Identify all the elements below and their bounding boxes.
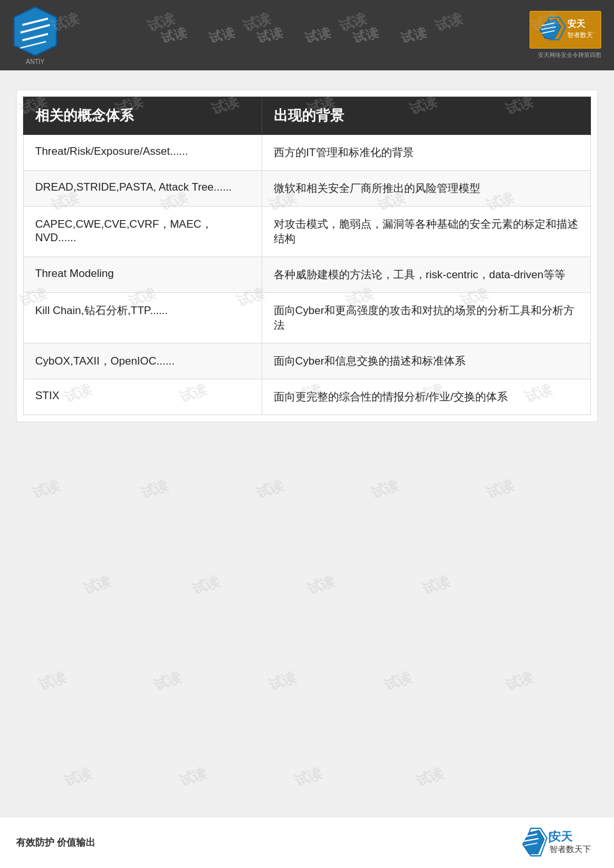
header-tagline: 安天网络安全令牌第四图: [538, 51, 601, 59]
header-bar: ANTIY 试读 试读 试读 试读 试读 试读 安天 智者数天下 安天网络安全令…: [0, 0, 614, 70]
table-cell-left-2: CAPEC,CWE,CVE,CVRF，MAEC，NVD......: [24, 207, 262, 257]
svg-text:安天: 安天: [549, 830, 573, 843]
table-cell-right-3: 各种威胁建模的方法论，工具，risk-centric，data-driven等等: [262, 257, 590, 293]
header-watermark-2: 试读: [207, 24, 237, 47]
watermark-27: 试读: [29, 475, 63, 503]
table-cell-right-5: 面向Cyber和信息交换的描述和标准体系: [262, 343, 590, 379]
svg-text:安天: 安天: [567, 19, 586, 29]
table-cell-left-5: CybOX,TAXII，OpenIOC......: [24, 343, 262, 379]
table-cell-right-0: 西方的IT管理和标准化的背景: [262, 135, 590, 171]
table-row: Threat/Risk/Exposure/Asset...... 西方的IT管理…: [24, 135, 591, 171]
footer-left-text: 有效防护 价值输出: [16, 837, 95, 849]
table-row: CAPEC,CWE,CVE,CVRF，MAEC，NVD...... 对攻击模式，…: [24, 207, 591, 257]
table-row: STIX 面向更完整的综合性的情报分析/作业/交换的体系: [24, 379, 591, 415]
table-cell-left-0: Threat/Risk/Exposure/Asset......: [24, 135, 262, 171]
table-cell-right-4: 面向Cyber和更高强度的攻击和对抗的场景的分析工具和分析方法: [262, 293, 590, 343]
svg-marker-0: [14, 7, 56, 56]
header-watermark-4: 试读: [303, 24, 333, 47]
svg-text:智者数天下: 智者数天下: [549, 844, 591, 854]
watermark-32: 试读: [81, 571, 114, 599]
table-cell-right-1: 微软和相关安全厂商所推出的风险管理模型: [262, 171, 590, 207]
watermark-31: 试读: [484, 475, 517, 503]
table-cell-left-4: Kill Chain,钻石分析,TTP......: [24, 293, 262, 343]
concept-table: 相关的概念体系 出现的背景 Threat/Risk/Exposure/Asset…: [23, 97, 591, 415]
watermark-34: 试读: [304, 571, 338, 599]
svg-text:智者数天下: 智者数天下: [567, 31, 594, 38]
header-watermark-3: 试读: [255, 24, 285, 47]
watermark-44: 试读: [413, 763, 446, 791]
watermark-38: 试读: [266, 667, 299, 695]
watermark-30: 试读: [368, 475, 402, 503]
header-watermark-6: 试读: [399, 24, 429, 47]
table-header-right: 出现的背景: [262, 97, 590, 135]
watermark-36: 试读: [36, 667, 69, 695]
logo-label: ANTIY: [26, 58, 44, 65]
table-row: CybOX,TAXII，OpenIOC...... 面向Cyber和信息交换的描…: [24, 343, 591, 379]
header-watermark-5: 试读: [351, 24, 381, 47]
table-row: Kill Chain,钻石分析,TTP...... 面向Cyber和更高强度的攻…: [24, 293, 591, 343]
watermark-40: 试读: [503, 667, 536, 695]
table-row: DREAD,STRIDE,PASTA, Attack Tree...... 微软…: [24, 171, 591, 207]
table-cell-left-3: Threat Modeling: [24, 257, 262, 293]
watermark-28: 试读: [138, 475, 171, 503]
footer: 有效防护 价值输出 安天 智者数天下 |: [0, 817, 614, 868]
antiy-logo: ANTIY: [13, 6, 58, 65]
watermark-33: 试读: [189, 571, 223, 599]
table-row: Threat Modeling 各种威胁建模的方法论，工具，risk-centr…: [24, 257, 591, 293]
table-cell-right-2: 对攻击模式，脆弱点，漏洞等各种基础的安全元素的标定和描述结构: [262, 207, 590, 257]
table-cell-left-1: DREAD,STRIDE,PASTA, Attack Tree......: [24, 171, 262, 207]
table-cell-right-6: 面向更完整的综合性的情报分析/作业/交换的体系: [262, 379, 590, 415]
table-header-left: 相关的概念体系: [24, 97, 262, 135]
watermark-35: 试读: [420, 571, 453, 599]
svg-marker-13: [523, 830, 544, 854]
watermark-39: 试读: [381, 667, 414, 695]
watermark-29: 试读: [253, 475, 287, 503]
watermark-43: 试读: [292, 763, 325, 791]
table-cell-left-6: STIX: [24, 379, 262, 415]
header-watermark-1: 试读: [159, 24, 189, 47]
watermark-37: 试读: [151, 667, 184, 695]
main-content: 相关的概念体系 出现的背景 Threat/Risk/Exposure/Asset…: [16, 90, 598, 422]
svg-text:|: |: [548, 830, 551, 843]
header-right-brand: 安天 智者数天下 安天网络安全令牌第四图: [530, 11, 601, 59]
footer-right: 安天 智者数天下 |: [515, 825, 598, 860]
watermark-42: 试读: [177, 763, 210, 791]
watermark-41: 试读: [61, 763, 95, 791]
